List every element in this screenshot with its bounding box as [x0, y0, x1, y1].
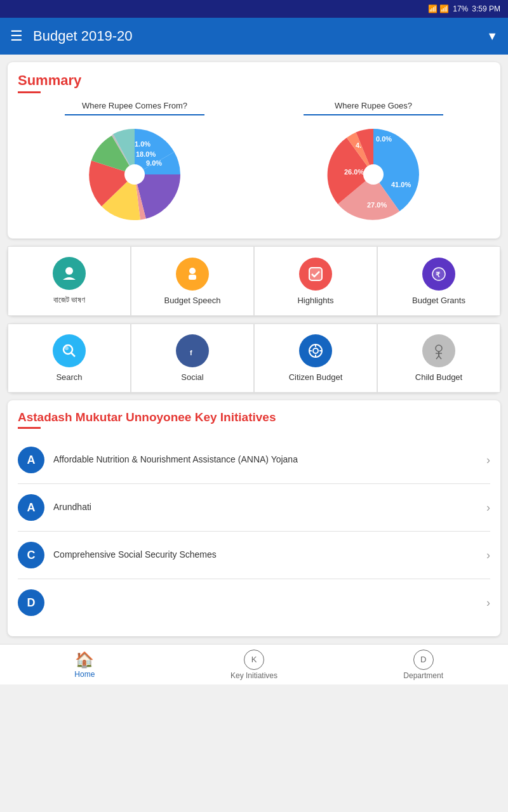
chart1-label: Where Rupee Comes From?: [82, 101, 187, 110]
initiative-arundhati-avatar: A: [18, 494, 44, 521]
budget-grants-icon: ₹: [422, 258, 455, 291]
initiative-anna-arrow: ›: [486, 454, 490, 467]
svg-text:27.0%: 27.0%: [367, 201, 387, 209]
svg-point-14: [65, 267, 73, 275]
svg-point-22: [65, 346, 69, 350]
nav-key-initiatives[interactable]: K Key Initiatives: [170, 645, 339, 684]
department-icon: D: [413, 650, 434, 670]
svg-line-33: [436, 356, 439, 359]
menu-item-bengali-speech[interactable]: বাজেট ভাষণ: [8, 246, 131, 316]
highlights-label: Highlights: [297, 296, 333, 305]
nav-key-initiatives-label: Key Initiatives: [231, 671, 277, 680]
chart1-svg: 35.0% 18.0% 2.0% 14.0% 18.0% 9.0% 1.0%: [81, 121, 189, 228]
social-label: Social: [181, 372, 203, 382]
child-budget-icon: [422, 334, 455, 367]
citizen-budget-icon: [299, 334, 332, 367]
battery-level: 17%: [453, 4, 468, 13]
home-icon: 🏠: [75, 651, 94, 669]
bengali-speech-icon: [53, 257, 86, 290]
hamburger-menu[interactable]: ☰: [10, 28, 23, 44]
svg-rect-17: [309, 268, 322, 280]
highlights-icon: [299, 258, 332, 291]
search-label: Search: [56, 372, 82, 382]
charts-row: Where Rupee Comes From? 35.0% 18.0% 2.0%…: [18, 101, 490, 228]
svg-text:26.0%: 26.0%: [344, 168, 364, 176]
bottom-nav: 🏠 Home K Key Initiatives D Department: [0, 644, 508, 684]
initiative-arundhati-arrow: ›: [486, 501, 490, 514]
initiatives-title: Astadash Mukutar Unnoyonee Key Initiativ…: [18, 410, 490, 424]
child-budget-label: Child Budget: [415, 372, 462, 382]
initiative-css[interactable]: C Comprehensive Social Security Schemes …: [18, 532, 490, 579]
menu-row1-card: বাজেট ভাষণ Budget Speech Highlights ₹ Bu…: [8, 246, 500, 316]
initiative-css-text: Comprehensive Social Security Schemes: [53, 549, 486, 561]
svg-point-15: [189, 268, 196, 274]
time: 3:59 PM: [472, 4, 500, 13]
svg-point-30: [436, 345, 442, 351]
svg-point-13: [363, 164, 384, 185]
svg-rect-16: [189, 275, 196, 280]
svg-point-25: [313, 348, 318, 353]
dropdown-arrow[interactable]: ▼: [486, 30, 498, 43]
search-icon: [53, 334, 86, 367]
initiative-anna-avatar: A: [18, 447, 44, 473]
initiative-more-avatar: D: [18, 589, 44, 616]
initiative-more-arrow: ›: [486, 596, 490, 610]
menu-item-social[interactable]: f Social: [131, 324, 254, 393]
initiative-arundhati[interactable]: A Arundhati ›: [18, 484, 490, 532]
initiative-css-arrow: ›: [486, 549, 490, 562]
initiative-anna[interactable]: A Affordable Nutrition & Nourishment Ass…: [18, 436, 490, 484]
svg-point-7: [124, 164, 145, 185]
budget-grants-label: Budget Grants: [412, 296, 465, 305]
status-icons: 📶 📶: [428, 4, 449, 13]
chart2-svg: 41.0% 27.0% 26.0% 4.0% 0.0%: [319, 121, 427, 228]
svg-text:41.0%: 41.0%: [391, 181, 411, 188]
menu-item-child-budget[interactable]: Child Budget: [377, 324, 500, 393]
menu-item-highlights[interactable]: Highlights: [254, 246, 377, 316]
initiative-anna-text: Affordable Nutrition & Nourishment Assis…: [53, 454, 486, 466]
app-title: Budget 2019-20: [33, 28, 476, 44]
menu-item-budget-speech[interactable]: Budget Speech: [131, 246, 254, 316]
svg-text:0.0%: 0.0%: [376, 135, 392, 143]
svg-text:18.0%: 18.0%: [136, 150, 156, 158]
bengali-speech-label: বাজেট ভাষণ: [53, 295, 86, 305]
svg-text:f: f: [190, 349, 192, 357]
svg-text:9.0%: 9.0%: [146, 159, 162, 167]
initiative-css-avatar: C: [18, 542, 44, 568]
citizen-budget-label: Citizen Budget: [289, 372, 343, 382]
svg-line-34: [439, 356, 441, 359]
nav-home[interactable]: 🏠 Home: [0, 645, 170, 684]
top-bar: ☰ Budget 2019-20 ▼: [0, 18, 508, 55]
menu-row2-grid: Search f Social Citizen Budget Child Bud…: [8, 324, 500, 393]
initiative-more[interactable]: D ›: [18, 579, 490, 626]
svg-text:₹: ₹: [436, 271, 440, 278]
nav-home-label: Home: [74, 670, 95, 679]
svg-line-21: [71, 353, 75, 357]
key-initiatives-icon: K: [244, 650, 264, 670]
summary-underline: [18, 91, 41, 93]
menu-item-citizen-budget[interactable]: Citizen Budget: [254, 324, 377, 393]
summary-title: Summary: [18, 72, 490, 89]
nav-department-label: Department: [403, 671, 443, 680]
social-icon: f: [176, 334, 209, 367]
budget-speech-label: Budget Speech: [164, 296, 221, 305]
chart2-label: Where Rupee Goes?: [335, 101, 412, 110]
status-bar: 📶 📶 17% 3:59 PM: [0, 0, 508, 18]
menu-row2-card: Search f Social Citizen Budget Child Bud…: [8, 324, 500, 393]
menu-item-budget-grants[interactable]: ₹ Budget Grants: [377, 246, 500, 316]
menu-row1-grid: বাজেট ভাষণ Budget Speech Highlights ₹ Bu…: [8, 246, 500, 316]
initiatives-underline: [18, 427, 41, 429]
initiative-arundhati-text: Arundhati: [53, 501, 486, 514]
svg-text:1.0%: 1.0%: [135, 140, 150, 148]
summary-card: Summary Where Rupee Comes From? 35.0% 18…: [8, 62, 500, 239]
chart2-container: Where Rupee Goes? 41.0% 27.0% 26.0% 4.0%…: [257, 101, 490, 228]
chart1-container: Where Rupee Comes From? 35.0% 18.0% 2.0%…: [18, 101, 251, 228]
nav-department[interactable]: D Department: [338, 645, 508, 684]
budget-speech-icon: [176, 258, 209, 291]
initiatives-card: Astadash Mukutar Unnoyonee Key Initiativ…: [8, 400, 500, 636]
menu-item-search[interactable]: Search: [8, 324, 131, 393]
